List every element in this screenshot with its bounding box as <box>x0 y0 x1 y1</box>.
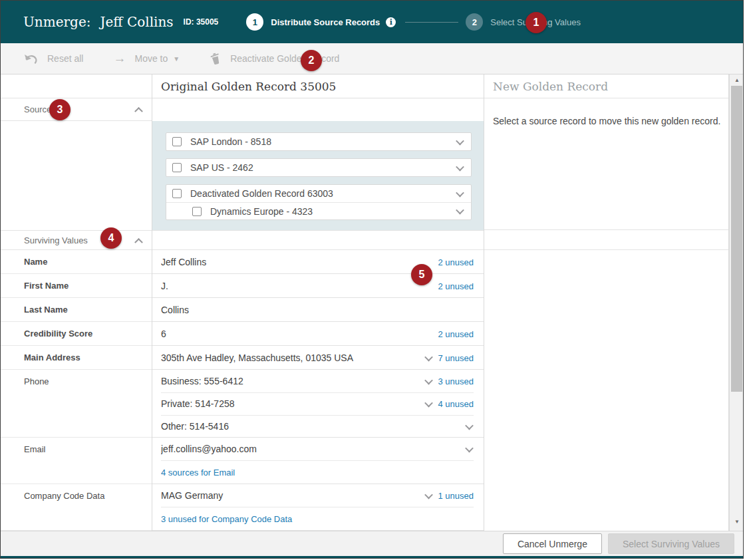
field-label-row: Name <box>1 250 152 274</box>
value-sub-row: 62 unused <box>152 322 484 346</box>
main-content: Sources Surviving Values NameFirst NameL… <box>1 74 744 531</box>
value-footer-row: 4 sources for Email <box>152 460 484 484</box>
source-checkbox[interactable] <box>192 207 202 216</box>
source-record-row[interactable]: SAP London - 8518 <box>166 133 471 150</box>
step-1-number: 1 <box>246 13 263 31</box>
value-sub-row: J.2 unused <box>152 274 484 298</box>
source-record-label: SAP London - 8518 <box>190 136 457 147</box>
step-select-surviving-values[interactable]: 2 Select Surviving Values <box>466 13 581 31</box>
bottom-teal-strip <box>1 556 743 559</box>
info-icon[interactable]: i <box>386 17 396 27</box>
scrollbar-thumb[interactable] <box>731 86 742 392</box>
source-record-row[interactable]: Deactivated Golden Record 63003 <box>166 185 471 202</box>
chevron-down-icon[interactable] <box>424 490 433 499</box>
unused-link[interactable]: 7 unused <box>438 353 474 363</box>
field-value: 305th Ave Hadley, Massachusetts, 01035 U… <box>161 352 426 363</box>
field-label-row: Company Code Data <box>1 484 152 531</box>
value-sub-row: Other: 514-5416 <box>152 415 484 438</box>
sources-section-header[interactable]: Sources <box>1 98 152 121</box>
sources-link[interactable]: 4 sources for Email <box>161 468 235 478</box>
header-bar: Unmerge:Jeff Collins ID: 35005 1 Distrib… <box>1 1 743 43</box>
field-value: Other: 514-5416 <box>161 421 466 432</box>
field-label: Phone <box>24 376 49 386</box>
page-title-name: Jeff Collins <box>100 14 173 30</box>
field-value-row: Jeff Collins2 unused <box>152 250 484 274</box>
cancel-unmerge-button[interactable]: Cancel Unmerge <box>503 533 602 554</box>
unused-link[interactable]: 2 unused <box>438 257 474 267</box>
field-value-row: 305th Ave Hadley, Massachusetts, 01035 U… <box>152 346 484 370</box>
original-record-column: Original Golden Record 35005 SAP London … <box>152 74 484 531</box>
field-value-row: Collins <box>152 298 484 322</box>
chevron-up-icon[interactable] <box>134 237 143 246</box>
move-to-label: Move to <box>134 53 168 64</box>
annotation-badge-3: 3 <box>49 99 71 120</box>
step-distribute-source-records[interactable]: 1 Distribute Source Records i <box>246 13 396 31</box>
source-record-row[interactable]: Dynamics Europe - 4323 <box>166 202 471 219</box>
source-record-row[interactable]: SAP US - 2462 <box>166 159 471 176</box>
record-id: ID: 35005 <box>184 17 219 27</box>
step-2-number: 2 <box>466 13 483 31</box>
field-label: Email <box>24 444 46 454</box>
annotation-badge-2: 2 <box>301 50 322 71</box>
field-label: Company Code Data <box>24 491 104 501</box>
field-value: Jeff Collins <box>161 257 438 267</box>
chevron-down-icon[interactable] <box>424 398 433 407</box>
source-checkbox[interactable] <box>172 137 182 146</box>
chevron-down-icon[interactable] <box>456 136 464 145</box>
annotation-badge-1: 1 <box>525 12 547 33</box>
unused-link[interactable]: 4 unused <box>438 399 474 409</box>
unused-link[interactable]: 3 unused <box>438 376 474 386</box>
annotation-badge-5: 5 <box>411 264 432 285</box>
source-checkbox[interactable] <box>172 189 182 198</box>
surviving-values-section-header[interactable]: Surviving Values <box>1 230 152 250</box>
value-sub-row: Business: 555-64123 unused <box>152 370 484 392</box>
chevron-up-icon[interactable] <box>134 107 143 116</box>
original-record-header: Original Golden Record 35005 <box>152 74 484 98</box>
select-surviving-values-button[interactable]: Select Surviving Values <box>608 533 734 554</box>
source-record-label: SAP US - 2462 <box>190 162 457 173</box>
unused-link[interactable]: 2 unused <box>438 329 474 339</box>
field-label-row: Email <box>1 438 152 484</box>
reset-all-button[interactable]: Reset all <box>24 53 83 64</box>
footer-bar: Cancel Unmerge Select Surviving Values <box>1 531 743 556</box>
sources-link[interactable]: 3 unused for Company Code Data <box>161 514 292 524</box>
field-label-row: Credibility Score <box>1 322 152 346</box>
field-value: Collins <box>161 305 474 315</box>
reset-all-label: Reset all <box>47 53 83 64</box>
field-value-row: Business: 555-64123 unusedPrivate: 514-7… <box>152 370 484 438</box>
field-label-row: Last Name <box>1 298 152 322</box>
attributes-column-header <box>1 74 152 98</box>
new-record-gap <box>484 230 728 250</box>
step-1-label: Distribute Source Records <box>271 17 380 27</box>
unused-link[interactable]: 2 unused <box>438 281 474 291</box>
unused-link[interactable]: 1 unused <box>438 491 474 501</box>
chevron-down-icon[interactable] <box>456 188 464 197</box>
chevron-down-icon[interactable] <box>465 444 474 452</box>
new-record-header: New Golden Record <box>484 74 728 98</box>
move-to-button[interactable]: → Move to ▼ <box>113 53 180 64</box>
field-values: Jeff Collins2 unusedJ.2 unusedCollins62 … <box>152 250 484 531</box>
chevron-down-icon[interactable] <box>424 352 433 361</box>
source-record-label: Deactivated Golden Record 63003 <box>190 188 457 199</box>
reactivate-label: Reactivate Golden Record <box>230 53 339 64</box>
scrollbar: ▲ ▼ <box>729 74 744 531</box>
new-record-message: Select a source record to move this new … <box>484 98 728 230</box>
chevron-down-icon[interactable] <box>456 206 464 215</box>
sources-panel: SAP London - 8518SAP US - 2462Deactivate… <box>152 121 484 230</box>
source-record-card: Deactivated Golden Record 63003Dynamics … <box>166 184 472 220</box>
chevron-down-icon[interactable] <box>465 421 474 430</box>
value-sub-row: Collins <box>152 298 484 322</box>
field-value: Private: 514-7258 <box>161 398 426 409</box>
scroll-up-button[interactable]: ▲ <box>730 76 744 85</box>
source-checkbox[interactable] <box>172 163 182 172</box>
scroll-down-button[interactable]: ▼ <box>730 517 744 527</box>
field-value: J. <box>161 281 438 291</box>
chevron-down-icon[interactable] <box>456 162 464 171</box>
chevron-down-icon[interactable] <box>424 376 433 384</box>
new-record-column: New Golden Record Select a source record… <box>484 74 729 531</box>
value-sub-row: 305th Ave Hadley, Massachusetts, 01035 U… <box>152 346 484 370</box>
field-value-row: J.2 unused <box>152 274 484 298</box>
field-label: Last Name <box>24 305 68 315</box>
undo-icon <box>24 54 39 64</box>
value-sub-row: MAG Germany1 unused <box>152 484 484 507</box>
